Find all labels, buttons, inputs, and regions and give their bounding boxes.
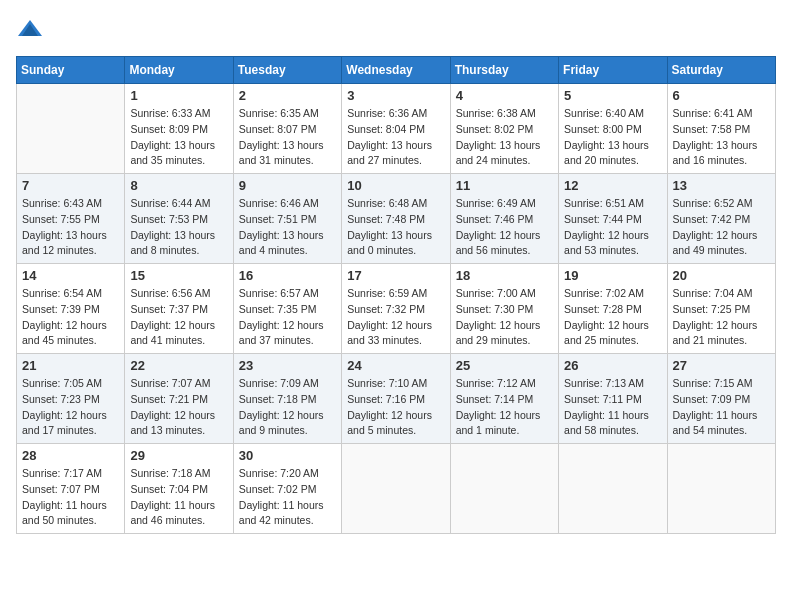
day-number: 12: [564, 178, 661, 193]
day-number: 25: [456, 358, 553, 373]
calendar-cell: 2Sunrise: 6:35 AMSunset: 8:07 PMDaylight…: [233, 84, 341, 174]
calendar-cell: 30Sunrise: 7:20 AMSunset: 7:02 PMDayligh…: [233, 444, 341, 534]
day-number: 26: [564, 358, 661, 373]
day-number: 6: [673, 88, 770, 103]
calendar-cell: 7Sunrise: 6:43 AMSunset: 7:55 PMDaylight…: [17, 174, 125, 264]
day-info: Sunrise: 7:13 AMSunset: 7:11 PMDaylight:…: [564, 376, 661, 439]
calendar-cell: 4Sunrise: 6:38 AMSunset: 8:02 PMDaylight…: [450, 84, 558, 174]
day-number: 3: [347, 88, 444, 103]
calendar-week-row: 21Sunrise: 7:05 AMSunset: 7:23 PMDayligh…: [17, 354, 776, 444]
day-info: Sunrise: 6:52 AMSunset: 7:42 PMDaylight:…: [673, 196, 770, 259]
day-number: 18: [456, 268, 553, 283]
calendar-cell: 10Sunrise: 6:48 AMSunset: 7:48 PMDayligh…: [342, 174, 450, 264]
day-info: Sunrise: 6:49 AMSunset: 7:46 PMDaylight:…: [456, 196, 553, 259]
calendar-cell: 19Sunrise: 7:02 AMSunset: 7:28 PMDayligh…: [559, 264, 667, 354]
day-number: 22: [130, 358, 227, 373]
day-info: Sunrise: 6:38 AMSunset: 8:02 PMDaylight:…: [456, 106, 553, 169]
calendar-cell: 17Sunrise: 6:59 AMSunset: 7:32 PMDayligh…: [342, 264, 450, 354]
column-header-sunday: Sunday: [17, 57, 125, 84]
day-info: Sunrise: 7:04 AMSunset: 7:25 PMDaylight:…: [673, 286, 770, 349]
day-number: 15: [130, 268, 227, 283]
day-info: Sunrise: 6:41 AMSunset: 7:58 PMDaylight:…: [673, 106, 770, 169]
calendar-cell: 24Sunrise: 7:10 AMSunset: 7:16 PMDayligh…: [342, 354, 450, 444]
calendar-week-row: 28Sunrise: 7:17 AMSunset: 7:07 PMDayligh…: [17, 444, 776, 534]
logo: [16, 16, 48, 44]
calendar-cell: [667, 444, 775, 534]
day-number: 29: [130, 448, 227, 463]
column-header-thursday: Thursday: [450, 57, 558, 84]
calendar-cell: 26Sunrise: 7:13 AMSunset: 7:11 PMDayligh…: [559, 354, 667, 444]
calendar-cell: 3Sunrise: 6:36 AMSunset: 8:04 PMDaylight…: [342, 84, 450, 174]
calendar-cell: 16Sunrise: 6:57 AMSunset: 7:35 PMDayligh…: [233, 264, 341, 354]
day-number: 28: [22, 448, 119, 463]
calendar-cell: 18Sunrise: 7:00 AMSunset: 7:30 PMDayligh…: [450, 264, 558, 354]
calendar-week-row: 1Sunrise: 6:33 AMSunset: 8:09 PMDaylight…: [17, 84, 776, 174]
calendar-header-row: SundayMondayTuesdayWednesdayThursdayFrid…: [17, 57, 776, 84]
day-number: 20: [673, 268, 770, 283]
day-number: 11: [456, 178, 553, 193]
calendar-cell: 13Sunrise: 6:52 AMSunset: 7:42 PMDayligh…: [667, 174, 775, 264]
day-info: Sunrise: 7:15 AMSunset: 7:09 PMDaylight:…: [673, 376, 770, 439]
calendar-cell: 27Sunrise: 7:15 AMSunset: 7:09 PMDayligh…: [667, 354, 775, 444]
day-info: Sunrise: 7:00 AMSunset: 7:30 PMDaylight:…: [456, 286, 553, 349]
calendar-cell: [17, 84, 125, 174]
calendar-cell: 21Sunrise: 7:05 AMSunset: 7:23 PMDayligh…: [17, 354, 125, 444]
day-info: Sunrise: 6:36 AMSunset: 8:04 PMDaylight:…: [347, 106, 444, 169]
column-header-friday: Friday: [559, 57, 667, 84]
day-info: Sunrise: 6:46 AMSunset: 7:51 PMDaylight:…: [239, 196, 336, 259]
day-number: 21: [22, 358, 119, 373]
day-info: Sunrise: 6:51 AMSunset: 7:44 PMDaylight:…: [564, 196, 661, 259]
calendar-cell: 1Sunrise: 6:33 AMSunset: 8:09 PMDaylight…: [125, 84, 233, 174]
day-info: Sunrise: 7:09 AMSunset: 7:18 PMDaylight:…: [239, 376, 336, 439]
calendar-cell: 29Sunrise: 7:18 AMSunset: 7:04 PMDayligh…: [125, 444, 233, 534]
day-number: 8: [130, 178, 227, 193]
day-info: Sunrise: 7:02 AMSunset: 7:28 PMDaylight:…: [564, 286, 661, 349]
day-number: 13: [673, 178, 770, 193]
calendar-table: SundayMondayTuesdayWednesdayThursdayFrid…: [16, 56, 776, 534]
day-info: Sunrise: 6:56 AMSunset: 7:37 PMDaylight:…: [130, 286, 227, 349]
day-number: 16: [239, 268, 336, 283]
calendar-cell: 15Sunrise: 6:56 AMSunset: 7:37 PMDayligh…: [125, 264, 233, 354]
calendar-week-row: 7Sunrise: 6:43 AMSunset: 7:55 PMDaylight…: [17, 174, 776, 264]
day-number: 24: [347, 358, 444, 373]
day-info: Sunrise: 7:10 AMSunset: 7:16 PMDaylight:…: [347, 376, 444, 439]
calendar-cell: 14Sunrise: 6:54 AMSunset: 7:39 PMDayligh…: [17, 264, 125, 354]
day-info: Sunrise: 6:48 AMSunset: 7:48 PMDaylight:…: [347, 196, 444, 259]
calendar-cell: [559, 444, 667, 534]
day-info: Sunrise: 7:17 AMSunset: 7:07 PMDaylight:…: [22, 466, 119, 529]
day-info: Sunrise: 6:35 AMSunset: 8:07 PMDaylight:…: [239, 106, 336, 169]
day-number: 23: [239, 358, 336, 373]
day-info: Sunrise: 6:33 AMSunset: 8:09 PMDaylight:…: [130, 106, 227, 169]
day-info: Sunrise: 6:59 AMSunset: 7:32 PMDaylight:…: [347, 286, 444, 349]
day-info: Sunrise: 6:44 AMSunset: 7:53 PMDaylight:…: [130, 196, 227, 259]
day-info: Sunrise: 6:57 AMSunset: 7:35 PMDaylight:…: [239, 286, 336, 349]
calendar-cell: 8Sunrise: 6:44 AMSunset: 7:53 PMDaylight…: [125, 174, 233, 264]
column-header-saturday: Saturday: [667, 57, 775, 84]
calendar-cell: 12Sunrise: 6:51 AMSunset: 7:44 PMDayligh…: [559, 174, 667, 264]
day-number: 4: [456, 88, 553, 103]
column-header-monday: Monday: [125, 57, 233, 84]
day-number: 10: [347, 178, 444, 193]
day-info: Sunrise: 7:07 AMSunset: 7:21 PMDaylight:…: [130, 376, 227, 439]
day-info: Sunrise: 7:18 AMSunset: 7:04 PMDaylight:…: [130, 466, 227, 529]
day-number: 9: [239, 178, 336, 193]
calendar-week-row: 14Sunrise: 6:54 AMSunset: 7:39 PMDayligh…: [17, 264, 776, 354]
day-info: Sunrise: 6:54 AMSunset: 7:39 PMDaylight:…: [22, 286, 119, 349]
logo-icon: [16, 16, 44, 44]
calendar-cell: 22Sunrise: 7:07 AMSunset: 7:21 PMDayligh…: [125, 354, 233, 444]
calendar-cell: 28Sunrise: 7:17 AMSunset: 7:07 PMDayligh…: [17, 444, 125, 534]
calendar-cell: 25Sunrise: 7:12 AMSunset: 7:14 PMDayligh…: [450, 354, 558, 444]
day-number: 2: [239, 88, 336, 103]
calendar-cell: [342, 444, 450, 534]
calendar-cell: 20Sunrise: 7:04 AMSunset: 7:25 PMDayligh…: [667, 264, 775, 354]
day-info: Sunrise: 7:20 AMSunset: 7:02 PMDaylight:…: [239, 466, 336, 529]
day-info: Sunrise: 7:12 AMSunset: 7:14 PMDaylight:…: [456, 376, 553, 439]
day-number: 19: [564, 268, 661, 283]
day-number: 14: [22, 268, 119, 283]
calendar-cell: 5Sunrise: 6:40 AMSunset: 8:00 PMDaylight…: [559, 84, 667, 174]
day-number: 17: [347, 268, 444, 283]
day-info: Sunrise: 6:43 AMSunset: 7:55 PMDaylight:…: [22, 196, 119, 259]
calendar-cell: [450, 444, 558, 534]
column-header-tuesday: Tuesday: [233, 57, 341, 84]
day-number: 1: [130, 88, 227, 103]
